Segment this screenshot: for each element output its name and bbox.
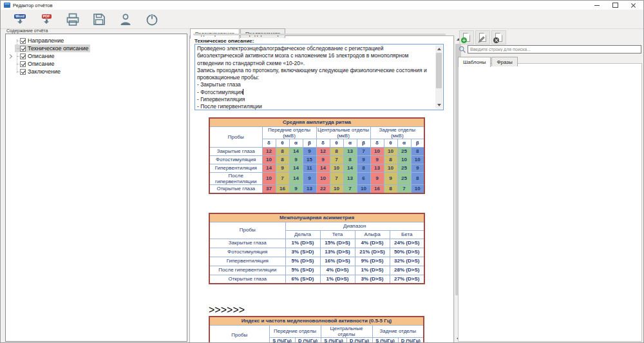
probes-header: Пробы: [209, 222, 285, 239]
tree-item-label: Техническое описание: [28, 45, 88, 52]
minimize-icon: [594, 5, 600, 6]
checkbox-icon[interactable]: [20, 69, 26, 75]
slow-wave-table: Индекс и частота медленноволновой активн…: [209, 316, 424, 343]
group-header: Задние отделы: [372, 325, 424, 337]
tree-connector: [17, 56, 19, 57]
amplitude-cell: 7: [330, 172, 343, 184]
scroll-down-arrow[interactable]: [435, 101, 442, 109]
print-button[interactable]: [64, 10, 82, 28]
amplitude-cell: 8: [276, 147, 289, 155]
amplitude-cell: 9: [370, 172, 384, 184]
power-button[interactable]: [143, 10, 161, 28]
asymmetry-cell: 13% (D>S): [320, 248, 355, 257]
rhythm-col-header: θ: [276, 139, 289, 147]
search-input[interactable]: [468, 45, 641, 54]
range-col-header: Альфа: [355, 230, 390, 239]
maximize-button[interactable]: [606, 1, 624, 10]
splitter-handle[interactable]: [193, 34, 446, 35]
group-header: Диапазон: [285, 222, 424, 230]
tree-item-label: Направление: [28, 37, 64, 44]
amplitude-cell: 7: [357, 147, 370, 155]
text-line: отведении по стандартной схеме «10-20».: [197, 60, 434, 67]
scroll-up-arrow[interactable]: [435, 45, 442, 53]
amplitude-cell: 8: [276, 155, 289, 164]
tree-connector: [17, 72, 19, 72]
edit-document-icon: [479, 33, 486, 42]
row-label: После гипервентиляции: [209, 172, 262, 184]
checkbox-icon[interactable]: [20, 38, 26, 44]
amplitude-cell: 16: [370, 185, 384, 193]
amplitude-cell: 6: [357, 172, 370, 184]
side-col-header: D (%|Гц): [346, 337, 372, 343]
amplitude-cell: 13: [370, 164, 384, 172]
save-icon: [91, 12, 107, 27]
add-template-button[interactable]: [459, 30, 474, 44]
asymmetry-cell: 24% (D>S): [390, 239, 424, 248]
tree-item[interactable]: Описание: [15, 60, 56, 68]
amplitude-cell: 10: [262, 172, 276, 184]
sidebar-header: Содержание отчёта: [6, 28, 48, 33]
text-line: Запись проходила по протоколу, включающе…: [197, 67, 434, 74]
tree-item[interactable]: Направление: [15, 37, 66, 44]
export-pdf-button[interactable]: PDF: [37, 10, 55, 28]
amplitude-cell: 7: [330, 155, 343, 164]
row-label: Закрытые глаза: [209, 239, 285, 248]
slow-wave-table-wrap: >>>>>>Индекс и частота медленноволновой …: [209, 304, 428, 343]
asymmetry-cell: 6% (S>D): [285, 275, 320, 284]
minimize-button[interactable]: [588, 1, 606, 10]
amplitude-cell: 37: [262, 185, 276, 193]
amplitude-cell: 14: [289, 164, 303, 172]
description-textarea[interactable]: Проведено электроэнцефалографическое обс…: [194, 44, 444, 110]
amplitude-cell: 14: [343, 164, 357, 172]
asymmetry-table-wrap: Межполушарная асимметрияПробыДиапазонДел…: [209, 213, 425, 284]
amplitude-cell: 8: [384, 185, 397, 193]
field-label: Техническое описание:: [194, 38, 254, 44]
user-button[interactable]: [117, 10, 135, 28]
amplitude-cell: 10: [357, 185, 370, 193]
asymmetry-cell: 1% (D>S): [355, 266, 390, 275]
amplitude-cell: 25: [397, 172, 411, 184]
close-icon: [630, 3, 636, 8]
amplitude-cell: 14: [289, 147, 303, 155]
checkbox-icon[interactable]: [20, 54, 26, 59]
textarea-text: Проведено электроэнцефалографическое обс…: [197, 45, 434, 110]
tree-item[interactable]: Заключение: [15, 68, 62, 75]
text-line: - Фотостимуляция: [197, 89, 434, 96]
edit-template-button[interactable]: [475, 30, 490, 44]
text-line: - Закрытые глаза: [197, 81, 434, 88]
window-title: Редактор отчётов: [13, 3, 52, 8]
amplitude-cell: 9: [411, 164, 424, 172]
export-word-button[interactable]: Word: [11, 10, 29, 28]
side-col-header: S (%|Гц): [269, 337, 295, 343]
user-icon: [118, 12, 133, 27]
scrollbar-thumb[interactable]: [436, 53, 442, 88]
checkbox-icon[interactable]: [20, 61, 26, 67]
app-window: Редактор отчётов Word PDF: [0, 0, 644, 343]
tab-phrases[interactable]: Фразы: [491, 57, 517, 66]
text-line: - Гипервентиляция: [197, 96, 434, 103]
save-button[interactable]: [90, 10, 108, 28]
asymmetry-cell: 27% (D>S): [390, 275, 424, 284]
checkbox-icon[interactable]: [20, 46, 26, 52]
templates-list[interactable]: [458, 63, 642, 342]
amplitude-cell: 10: [262, 155, 276, 164]
expander-icon[interactable]: [8, 54, 12, 59]
textarea-scrollbar[interactable]: [435, 45, 442, 109]
rhythm-col-header: β: [357, 139, 370, 147]
amplitude-cell: 10: [370, 147, 384, 155]
rhythm-col-header: δ: [316, 139, 330, 147]
tree-item[interactable]: Техническое описание: [15, 44, 90, 52]
text-line: Проведено электроэнцефалографическое обс…: [197, 45, 434, 52]
amplitude-cell: 25: [397, 164, 411, 172]
amplitude-cell: 10: [316, 172, 330, 184]
amplitude-cell: 9: [384, 172, 397, 184]
amplitude-cell: 10: [397, 155, 411, 164]
title-bar: Редактор отчётов: [1, 1, 643, 10]
delete-template-button[interactable]: [491, 30, 506, 44]
asymmetry-cell: 50% (D>S): [390, 248, 424, 257]
close-button[interactable]: [624, 1, 642, 10]
text-line: - После гипервентиляции: [197, 103, 434, 110]
toolbar: Word PDF: [1, 10, 643, 29]
tree-item[interactable]: Описание: [15, 52, 56, 60]
tab-templates[interactable]: Шаблоны: [458, 57, 491, 67]
